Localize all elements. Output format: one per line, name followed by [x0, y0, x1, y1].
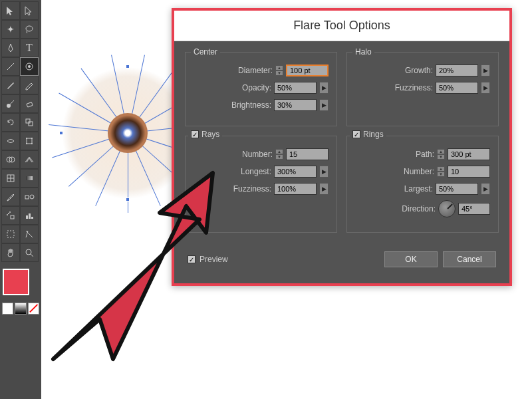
scale-tool[interactable] [20, 113, 39, 132]
ok-button[interactable]: OK [384, 251, 438, 267]
rings-number-stepper[interactable]: ▲▼ [437, 166, 445, 177]
width-tool[interactable] [1, 132, 20, 150]
growth-field[interactable]: 20% [436, 65, 478, 76]
stepper-down-icon[interactable]: ▼ [437, 172, 445, 177]
selection-tool[interactable] [1, 1, 20, 20]
longest-field[interactable]: 300% [274, 166, 317, 178]
rays-number-stepper[interactable]: ▲▼ [275, 149, 283, 160]
mesh-tool[interactable] [1, 169, 20, 188]
svg-rect-21 [11, 215, 14, 219]
direction-field[interactable]: 45° [458, 203, 490, 215]
svg-rect-19 [25, 196, 29, 199]
direction-dial[interactable] [438, 200, 456, 217]
rays-fuzziness-slider-button[interactable]: ▶ [319, 183, 329, 195]
preview-checkbox[interactable]: ✓ [188, 255, 196, 263]
flare-tool-options-dialog: Flare Tool Options Center Diameter: ▲▼ 1… [172, 8, 512, 286]
svg-rect-27 [31, 217, 33, 219]
color-swatches [1, 267, 40, 315]
rings-group: ✓ Rings Path: ▲▼ 300 pt Number: ▲▼ 10 La… [346, 136, 499, 233]
rotate-tool[interactable] [1, 113, 20, 132]
eraser-tool[interactable] [20, 94, 39, 113]
flare-center [108, 113, 148, 153]
perspective-grid-tool[interactable] [20, 150, 39, 169]
largest-slider-button[interactable]: ▶ [481, 183, 490, 195]
artboard-tool[interactable] [1, 225, 20, 243]
svg-rect-8 [27, 138, 32, 144]
stepper-up-icon[interactable]: ▲ [437, 149, 445, 154]
paintbrush-tool[interactable] [1, 76, 20, 94]
rays-group-title: Rays [201, 130, 219, 139]
stepper-down-icon[interactable]: ▼ [275, 70, 283, 76]
diameter-stepper[interactable]: ▲▼ [275, 65, 283, 76]
cancel-button[interactable]: Cancel [443, 251, 496, 267]
path-stepper[interactable]: ▲▼ [437, 149, 445, 160]
gradient-mode-swatch[interactable] [15, 303, 26, 315]
shape-builder-tool[interactable] [1, 150, 20, 169]
magic-wand-tool[interactable]: ✦ [1, 20, 20, 39]
preview-label: Preview [200, 255, 228, 264]
eyedropper-tool[interactable] [1, 188, 20, 206]
blob-brush-tool[interactable] [1, 94, 20, 113]
slice-tool[interactable] [20, 225, 39, 243]
stepper-up-icon[interactable]: ▲ [275, 65, 283, 70]
largest-label: Largest: [404, 184, 433, 194]
longest-slider-button[interactable]: ▶ [319, 166, 329, 178]
stepper-down-icon[interactable]: ▼ [437, 154, 445, 160]
selection-handle[interactable] [126, 198, 130, 201]
opacity-slider-button[interactable]: ▶ [319, 82, 329, 94]
flare-tool[interactable] [20, 57, 39, 76]
stepper-down-icon[interactable]: ▼ [275, 154, 283, 160]
halo-fuzziness-slider-button[interactable]: ▶ [481, 82, 490, 94]
opacity-field[interactable]: 50% [274, 82, 317, 94]
halo-fuzziness-label: Fuzziness: [395, 83, 433, 92]
dialog-title: Flare Tool Options [174, 11, 509, 41]
svg-point-0 [26, 26, 33, 31]
hand-tool[interactable] [1, 243, 20, 262]
fill-color-swatch[interactable] [3, 269, 29, 295]
symbol-sprayer-tool[interactable] [1, 206, 20, 225]
color-mode-swatch[interactable] [2, 303, 13, 315]
growth-slider-button[interactable]: ▶ [481, 65, 490, 76]
svg-point-24 [7, 214, 8, 215]
none-mode-swatch[interactable] [28, 303, 39, 315]
stepper-up-icon[interactable]: ▲ [275, 149, 283, 154]
path-label: Path: [416, 150, 434, 159]
svg-rect-26 [29, 213, 31, 219]
column-graph-tool[interactable] [20, 206, 39, 225]
rings-number-label: Number: [404, 167, 434, 176]
rings-number-field[interactable]: 10 [448, 166, 490, 178]
svg-point-23 [9, 211, 11, 213]
rays-fuzziness-field[interactable]: 100% [274, 183, 317, 195]
selection-handle[interactable] [59, 131, 63, 135]
brightness-field[interactable]: 30% [274, 99, 317, 111]
svg-point-9 [26, 138, 27, 139]
line-segment-tool[interactable] [1, 57, 20, 76]
free-transform-tool[interactable] [20, 132, 39, 150]
lasso-tool[interactable] [20, 20, 39, 39]
type-tool[interactable]: T [20, 39, 39, 57]
brightness-slider-button[interactable]: ▶ [319, 99, 329, 111]
diameter-field[interactable]: 100 pt [286, 65, 329, 76]
svg-point-11 [26, 143, 27, 144]
center-group-title: Center [191, 47, 220, 57]
largest-field[interactable]: 50% [436, 183, 478, 195]
gradient-tool[interactable] [20, 169, 39, 188]
halo-fuzziness-field[interactable]: 50% [436, 82, 478, 94]
rings-group-title: Rings [363, 130, 384, 139]
svg-point-3 [28, 65, 31, 68]
brightness-label: Brightness: [231, 100, 271, 110]
svg-line-1 [7, 63, 14, 70]
rays-checkbox[interactable]: ✓ [191, 130, 199, 138]
rays-number-field[interactable]: 15 [286, 148, 329, 160]
selection-handle[interactable] [126, 65, 130, 68]
pencil-tool[interactable] [20, 76, 39, 94]
rings-checkbox[interactable]: ✓ [352, 130, 360, 138]
svg-rect-6 [26, 119, 30, 123]
path-field[interactable]: 300 pt [448, 148, 490, 160]
blend-tool[interactable] [20, 188, 39, 206]
stepper-up-icon[interactable]: ▲ [437, 166, 445, 172]
zoom-tool[interactable] [20, 243, 39, 262]
svg-point-10 [31, 138, 33, 139]
pen-tool[interactable] [1, 39, 20, 57]
direct-selection-tool[interactable] [20, 1, 39, 20]
